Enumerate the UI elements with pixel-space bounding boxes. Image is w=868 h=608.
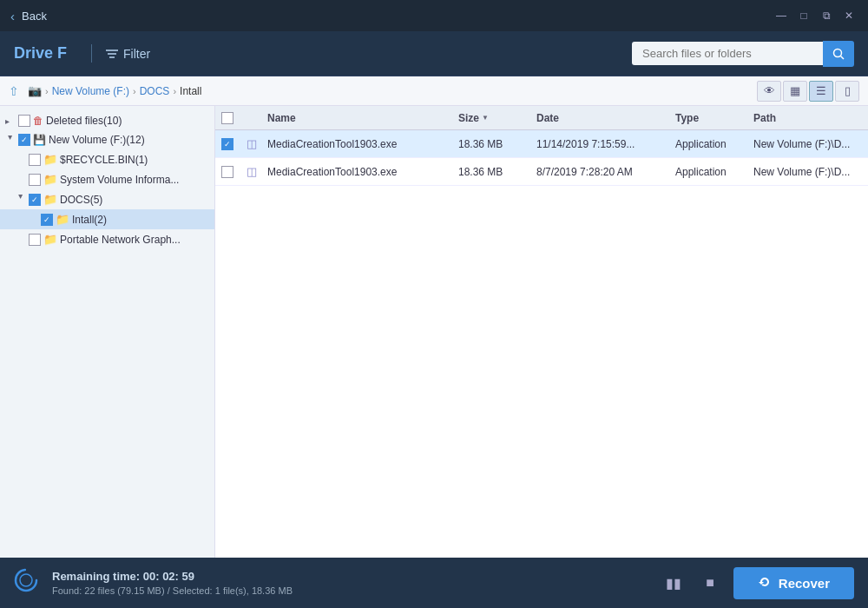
found-text: Found: 22 files (79.15 MB) / Selected: 1… [52,585,647,596]
breadcrumb-sep-2: › [173,86,176,96]
status-scan-icon [14,568,38,598]
row1-checkbox[interactable]: ✓ [221,138,233,150]
minimize-icon[interactable]: — [773,7,790,24]
back-arrow-icon[interactable]: ‹ [10,9,15,23]
sidebar-label-portable-network: Portable Network Graph... [60,234,181,246]
file-icon-row2: ◫ [247,165,257,178]
row2-date: 8/7/2019 7:28:20 AM [529,166,668,178]
sidebar-label-docs: DOCS(5) [60,194,102,206]
breadcrumb-new-volume[interactable]: New Volume (F:) [52,85,129,97]
file-panel: Name Size ▼ Date Type Path ✓ ◫ [215,106,868,558]
search-area [632,41,854,67]
svg-point-5 [16,570,36,591]
sidebar-item-portable-network[interactable]: 📁 Portable Network Graph... [0,229,214,249]
title-bar-controls: — □ ⧉ ✕ [773,7,858,24]
row1-path: New Volume (F:)\D... [746,138,868,150]
nav-up-icon[interactable]: ⇧ [9,84,19,98]
status-bar: Remaining time: 00: 02: 59 Found: 22 fil… [0,558,868,608]
folder-icon-intall: 📁 [56,213,69,226]
view-details-btn[interactable]: ▯ [835,81,859,102]
filter-icon [106,49,118,59]
header-checkbox[interactable] [221,112,233,124]
restore-icon[interactable]: ⧉ [818,7,835,24]
recover-button[interactable]: Recover [733,567,854,599]
top-bar: Drive F Filter [0,31,868,76]
sidebar-item-deleted-files[interactable]: ▸ 🗑 Deleted files(10) [0,111,214,130]
header-check-col [215,112,240,124]
header-type-col[interactable]: Type [668,112,746,124]
sidebar-item-srecycle[interactable]: 📁 $RECYCLE.BIN(1) [0,149,214,169]
checkbox-intall[interactable]: ✓ [41,214,53,226]
row1-size: 18.36 MB [451,138,529,150]
view-list-btn[interactable]: ☰ [809,81,833,102]
status-text: Remaining time: 00: 02: 59 Found: 22 fil… [52,570,647,596]
checkbox-deleted[interactable] [18,115,30,127]
svg-line-4 [841,56,845,59]
row1-type: Application [668,138,746,150]
row2-checkbox[interactable] [221,166,233,178]
folder-icon-srecycle: 📁 [43,153,57,166]
file-list-header: Name Size ▼ Date Type Path [215,106,868,130]
search-input[interactable] [632,42,823,65]
folder-icon-sv: 📁 [43,173,57,186]
filter-label: Filter [123,47,150,61]
folder-icon-docs: 📁 [43,193,57,206]
row1-date: 11/14/2019 7:15:59... [529,138,668,150]
table-row[interactable]: ◫ MediaCreationTool1903.exe 18.36 MB 8/7… [215,158,868,186]
breadcrumb-intall: Intall [180,85,201,97]
recover-label: Recover [779,576,830,591]
sidebar-label-system-volume: System Volume Informa... [60,174,179,186]
breadcrumb-sep-0: › [45,86,49,96]
maximize-icon[interactable]: □ [795,7,812,24]
close-icon[interactable]: ✕ [840,7,858,24]
sidebar-item-system-volume[interactable]: 📁 System Volume Informa... [0,169,214,189]
checkbox-docs[interactable]: ✓ [29,194,41,206]
table-row[interactable]: ✓ ◫ MediaCreationTool1903.exe 18.36 MB 1… [215,130,868,158]
trash-icon: 🗑 [33,115,43,127]
breadcrumb-bar: ⇧ 📷 › New Volume (F:) › DOCS › Intall 👁 … [0,76,868,106]
row2-icon: ◫ [240,165,260,178]
file-icon-row1: ◫ [247,137,257,150]
expand-arrow: ▸ [5,116,16,126]
sidebar-item-intall[interactable]: ✓ 📁 Intall(2) [0,209,214,229]
sidebar-item-new-volume[interactable]: ▸ ✓ 💾 New Volume (F:)(12) [0,130,214,149]
checkbox-system-volume[interactable] [29,174,41,186]
col-path-label: Path [753,112,776,124]
sidebar-label-intall: Intall(2) [72,214,107,226]
sidebar-item-docs[interactable]: ▸ ✓ 📁 DOCS(5) [0,189,214,209]
search-icon [832,48,845,60]
breadcrumb-docs[interactable]: DOCS [140,85,170,97]
row2-name: MediaCreationTool1903.exe [260,166,451,178]
stop-button[interactable]: ■ [700,572,720,594]
sidebar-label-deleted: Deleted files(10) [46,115,122,127]
breadcrumb-photo-icon: 📷 [28,84,42,97]
view-controls: 👁 ▦ ☰ ▯ [757,81,859,102]
sidebar: ▸ 🗑 Deleted files(10) ▸ ✓ 💾 New Volume (… [0,106,215,558]
filter-button[interactable]: Filter [106,47,150,61]
checkbox-new-volume[interactable]: ✓ [18,134,30,146]
view-preview-btn[interactable]: 👁 [757,81,781,102]
view-grid-btn[interactable]: ▦ [783,81,807,102]
row2-check [215,166,240,178]
col-type-label: Type [675,112,699,124]
row1-check: ✓ [215,138,240,150]
search-button[interactable] [823,41,854,67]
col-name-label: Name [267,112,296,124]
pause-button[interactable]: ▮▮ [661,572,687,595]
header-date-col[interactable]: Date [529,112,668,124]
title-back-label: Back [22,10,47,23]
row2-size: 18.36 MB [451,166,529,178]
drive-icon: 💾 [33,134,46,146]
checkbox-portable-network[interactable] [29,234,41,246]
col-size-label: Size [458,112,479,124]
title-bar-left: ‹ Back [10,9,47,23]
svg-point-6 [20,574,32,586]
checkbox-srecycle[interactable] [29,154,41,166]
header-path-col[interactable]: Path [746,112,868,124]
row2-path: New Volume (F:)\D... [746,166,868,178]
remaining-time-text: Remaining time: 00: 02: 59 [52,570,647,583]
sidebar-label-new-volume: New Volume (F:)(12) [49,134,145,146]
title-bar: ‹ Back — □ ⧉ ✕ [0,0,868,31]
header-name-col[interactable]: Name [260,112,451,124]
header-size-col[interactable]: Size ▼ [451,112,529,124]
